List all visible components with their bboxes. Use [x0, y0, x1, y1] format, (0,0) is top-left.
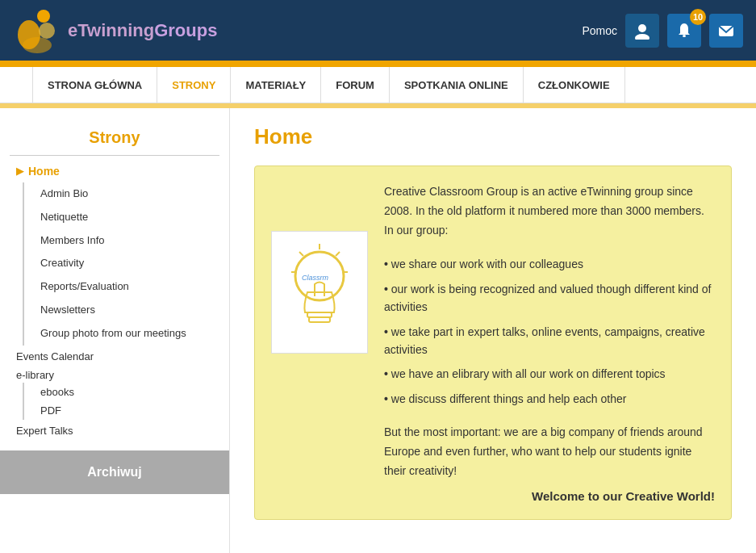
sidebar-item-e-library[interactable]: e-library	[16, 364, 217, 383]
info-card: Classrm Creative Classroom Group is an a…	[254, 165, 732, 520]
nav-item-spotkania[interactable]: SPOTKANIA ONLINE	[390, 67, 524, 103]
sidebar-sub-items: Admin Bio Netiquette Members Info Creati…	[23, 182, 217, 346]
content-area: Home Cl	[230, 108, 756, 553]
logo-area: eTwinningGroups	[13, 6, 217, 55]
mail-icon	[717, 22, 735, 40]
main-nav: STRONA GŁÓWNA STRONY MATERIAŁY FORUM SPO…	[0, 67, 756, 103]
main-layout: Strony ▶ Home Admin Bio Netiquette Membe…	[0, 108, 756, 553]
bell-icon	[675, 22, 693, 40]
svg-line-12	[336, 252, 340, 256]
lightbulb-image: Classrm	[271, 231, 368, 354]
nav-item-forum[interactable]: FORUM	[321, 67, 390, 103]
info-intro: Creative Classroom Group is an active eT…	[384, 182, 715, 240]
user-profile-button[interactable]	[625, 14, 659, 48]
user-icon	[633, 22, 651, 40]
nav-item-czlonkowie[interactable]: CZŁONKOWIE	[524, 67, 625, 103]
sidebar-item-pdf[interactable]: PDF	[40, 401, 217, 420]
messages-button[interactable]	[709, 14, 743, 48]
sidebar-title: Strony	[0, 116, 229, 155]
sidebar-item-newsletters[interactable]: Newsletters	[40, 299, 217, 322]
list-item: we discuss different things and help eac…	[384, 387, 715, 411]
sidebar-item-expert-talks[interactable]: Expert Talks	[16, 420, 217, 438]
notification-badge: 10	[690, 9, 706, 25]
archiwuj-button[interactable]: Archiwuj	[0, 450, 229, 494]
header: eTwinningGroups Pomoc 10	[0, 0, 756, 61]
sidebar-items: ▶ Home Admin Bio Netiquette Members Info…	[0, 156, 229, 446]
svg-point-0	[37, 10, 50, 23]
sidebar-item-reports-evaluation[interactable]: Reports/Evaluation	[40, 275, 217, 299]
nav-item-materialy[interactable]: MATERIAŁY	[231, 67, 321, 103]
info-card-text: Creative Classroom Group is an active eT…	[384, 182, 715, 503]
sidebar-item-admin-bio[interactable]: Admin Bio	[40, 182, 217, 206]
home-arrow-icon: ▶	[16, 165, 23, 177]
pomoc-link[interactable]: Pomoc	[582, 24, 617, 37]
sidebar-item-home[interactable]: ▶ Home	[16, 160, 217, 182]
svg-line-13	[299, 252, 303, 256]
list-item: our work is being recognized and valued …	[384, 277, 715, 320]
sidebar-item-members-info[interactable]: Members Info	[40, 229, 217, 253]
svg-rect-6	[683, 35, 686, 37]
sidebar: Strony ▶ Home Admin Bio Netiquette Membe…	[0, 108, 230, 553]
sidebar-item-ebooks[interactable]: ebooks	[40, 383, 217, 401]
svg-point-5	[635, 34, 649, 40]
page-title: Home	[254, 124, 732, 149]
svg-point-3	[23, 37, 52, 53]
info-welcome: Welcome to our Creative World!	[384, 489, 715, 503]
logo-icon	[13, 6, 61, 55]
notifications-button[interactable]: 10	[667, 14, 701, 48]
svg-text:Classrm: Classrm	[302, 274, 329, 282]
info-bold-text: But the most important: we are a big com…	[384, 423, 715, 480]
header-right: Pomoc 10	[582, 14, 743, 48]
sidebar-item-events-calendar[interactable]: Events Calendar	[16, 346, 217, 364]
sidebar-item-group-photo[interactable]: Group photo from our meetings	[40, 322, 217, 346]
sidebar-sub-e-library: ebooks PDF	[23, 383, 217, 420]
list-item: we have an elibrary with all our work on…	[384, 362, 715, 386]
info-list: we share our work with our colleagues ou…	[384, 252, 715, 411]
lightbulb-svg: Classrm	[279, 232, 360, 353]
svg-rect-10	[309, 317, 330, 322]
nav-item-strony[interactable]: STRONY	[157, 67, 231, 103]
list-item: we take part in expert talks, online eve…	[384, 320, 715, 362]
nav-item-strona-glowna[interactable]: STRONA GŁÓWNA	[32, 67, 157, 103]
sidebar-item-creativity[interactable]: Creativity	[40, 252, 217, 275]
svg-point-2	[39, 23, 55, 39]
list-item: we share our work with our colleagues	[384, 252, 715, 276]
sidebar-item-netiquette[interactable]: Netiquette	[40, 206, 217, 229]
svg-point-4	[638, 24, 646, 32]
logo-text: eTwinningGroups	[68, 20, 217, 41]
sidebar-scroll: ▶ Home Admin Bio Netiquette Members Info…	[0, 156, 229, 446]
sidebar-home-label: Home	[28, 165, 60, 178]
